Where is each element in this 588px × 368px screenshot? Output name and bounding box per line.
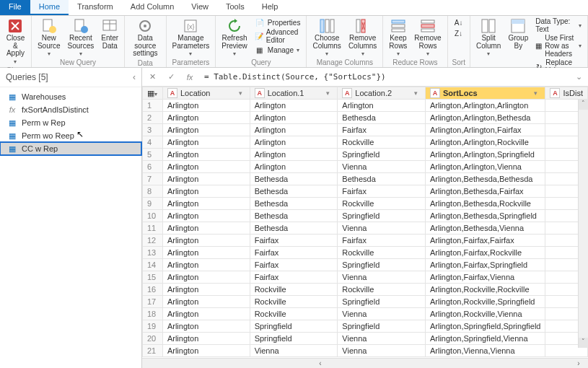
cell[interactable]: Arlington,Rockville,Rockville bbox=[425, 284, 545, 296]
row-number[interactable]: 3 bbox=[143, 124, 163, 136]
cell[interactable]: Vienna bbox=[338, 308, 426, 320]
filter-icon[interactable]: ▾ bbox=[414, 89, 423, 98]
row-number[interactable]: 2 bbox=[143, 112, 163, 124]
advanced-editor-button[interactable]: 📝Advanced Editor bbox=[253, 28, 302, 44]
column-header-location-1[interactable]: ALocation.1▾ bbox=[250, 87, 338, 100]
keep-rows-button[interactable]: Keep Rows▾ bbox=[387, 17, 408, 58]
cell[interactable]: Arlington bbox=[162, 320, 250, 333]
cell[interactable]: Fairfax bbox=[250, 235, 338, 247]
table-row[interactable]: 21ArlingtonViennaViennaArlington,Vienna,… bbox=[143, 345, 588, 357]
cell[interactable]: Bethesda bbox=[338, 112, 426, 124]
cell[interactable]: Arlington bbox=[162, 345, 250, 357]
column-header-location[interactable]: ALocation▾ bbox=[162, 87, 250, 100]
cell[interactable]: Arlington,Arlington,Rockville bbox=[425, 136, 545, 149]
group-by-button[interactable]: Group By bbox=[506, 17, 530, 51]
cell[interactable]: Arlington,Arlington,Bethesda bbox=[425, 112, 545, 124]
data-source-settings-button[interactable]: Data source settings bbox=[129, 17, 161, 58]
cell[interactable]: Arlington,Fairfax,Rockville bbox=[425, 247, 545, 259]
cell[interactable]: Arlington bbox=[162, 284, 250, 296]
cell[interactable]: Arlington bbox=[250, 112, 338, 124]
cell[interactable]: Arlington,Arlington,Arlington bbox=[425, 100, 545, 112]
row-number[interactable]: 12 bbox=[143, 235, 163, 247]
cell[interactable]: Fairfax bbox=[250, 271, 338, 284]
table-row[interactable]: 19ArlingtonSpringfieldSpringfieldArlingt… bbox=[143, 320, 588, 333]
query-item-perm-wo-reep[interactable]: ▦Perm wo Reep↖ bbox=[0, 129, 141, 142]
table-row[interactable]: 16ArlingtonRockvilleRockvilleArlington,R… bbox=[143, 284, 588, 296]
tab-file[interactable]: File bbox=[0, 0, 30, 15]
cell[interactable]: Arlington bbox=[162, 247, 250, 259]
cell[interactable]: Vienna bbox=[338, 333, 426, 345]
row-number[interactable]: 18 bbox=[143, 308, 163, 320]
cell[interactable]: Vienna bbox=[338, 271, 426, 284]
remove-columns-button[interactable]: Remove Columns▾ bbox=[347, 17, 378, 58]
query-item-fxsortandisdistinct[interactable]: fxfxSortAndIsDistinct bbox=[0, 103, 141, 116]
tab-addcolumn[interactable]: Add Column bbox=[122, 0, 183, 15]
cell[interactable]: Springfield bbox=[338, 259, 426, 271]
cell[interactable]: Fairfax bbox=[250, 247, 338, 259]
formula-cancel-button[interactable]: ✕ bbox=[145, 70, 159, 84]
cell[interactable]: Bethesda bbox=[250, 210, 338, 222]
row-number[interactable]: 1 bbox=[143, 100, 163, 112]
cell[interactable]: Bethesda bbox=[250, 198, 338, 210]
row-number[interactable]: 19 bbox=[143, 320, 163, 333]
cell[interactable]: Arlington bbox=[162, 198, 250, 210]
cell[interactable]: Arlington,Rockville,Vienna bbox=[425, 308, 545, 320]
filter-icon[interactable]: ▾ bbox=[326, 89, 335, 98]
cell[interactable]: Arlington bbox=[162, 185, 250, 198]
cell[interactable]: Arlington bbox=[162, 210, 250, 222]
cell[interactable]: Arlington,Rockville,Springfield bbox=[425, 296, 545, 308]
cell[interactable]: Arlington,Arlington,Springfield bbox=[425, 149, 545, 161]
cell[interactable]: Arlington bbox=[162, 235, 250, 247]
cell[interactable]: Arlington bbox=[162, 173, 250, 185]
cell[interactable]: Springfield bbox=[250, 333, 338, 345]
manage-parameters-button[interactable]: {x} Manage Parameters▾ bbox=[171, 17, 211, 58]
manage-button[interactable]: ▦Manage ▾ bbox=[253, 45, 302, 55]
sort-asc-button[interactable]: A↓ bbox=[452, 17, 465, 27]
table-row[interactable]: 2ArlingtonArlingtonBethesdaArlington,Arl… bbox=[143, 112, 588, 124]
column-header-isdist[interactable]: AIsDist bbox=[545, 87, 588, 100]
cell[interactable]: Rockville bbox=[338, 247, 426, 259]
query-item-warehouses[interactable]: ▦Warehouses bbox=[0, 90, 141, 103]
cell[interactable]: Arlington,Vienna,Vienna bbox=[425, 345, 545, 357]
scroll-up-button[interactable]: ˄ bbox=[579, 100, 588, 110]
row-number[interactable]: 13 bbox=[143, 247, 163, 259]
cell[interactable]: Arlington bbox=[162, 271, 250, 284]
cell[interactable]: Fairfax bbox=[338, 185, 426, 198]
cell[interactable]: Vienna bbox=[338, 345, 426, 357]
scroll-down-button[interactable]: ˅ bbox=[579, 338, 588, 348]
cell[interactable]: Bethesda bbox=[250, 173, 338, 185]
cell[interactable]: Springfield bbox=[338, 210, 426, 222]
table-row[interactable]: 9ArlingtonBethesdaRockvilleArlington,Bet… bbox=[143, 198, 588, 210]
cell[interactable]: Arlington bbox=[162, 259, 250, 271]
cell[interactable]: Rockville bbox=[250, 308, 338, 320]
cell[interactable]: Arlington,Bethesda,Springfield bbox=[425, 210, 545, 222]
cell[interactable]: Arlington bbox=[162, 333, 250, 345]
vertical-scrollbar[interactable]: ˄ ˅ bbox=[578, 100, 588, 348]
column-header-sortlocs[interactable]: ASortLocs▾ bbox=[425, 87, 545, 100]
row-number[interactable]: 11 bbox=[143, 222, 163, 235]
formula-input[interactable] bbox=[201, 71, 569, 83]
cell[interactable]: Rockville bbox=[250, 284, 338, 296]
cell[interactable]: Arlington,Bethesda,Rockville bbox=[425, 198, 545, 210]
row-number[interactable]: 20 bbox=[143, 333, 163, 345]
tab-home[interactable]: Home bbox=[30, 0, 69, 15]
recent-sources-button[interactable]: Recent Sources▾ bbox=[66, 17, 96, 58]
table-row[interactable]: 3ArlingtonArlingtonFairfaxArlington,Arli… bbox=[143, 124, 588, 136]
filter-icon[interactable]: ▾ bbox=[239, 89, 247, 98]
cell[interactable]: Arlington,Bethesda,Bethesda bbox=[425, 173, 545, 185]
row-number[interactable]: 10 bbox=[143, 210, 163, 222]
table-row[interactable]: 15ArlingtonFairfaxViennaArlington,Fairfa… bbox=[143, 271, 588, 284]
cell[interactable]: Arlington,Springfield,Springfield bbox=[425, 320, 545, 333]
scroll-left-button[interactable]: ‹ bbox=[315, 359, 325, 367]
table-row[interactable]: 18ArlingtonRockvilleViennaArlington,Rock… bbox=[143, 308, 588, 320]
refresh-preview-button[interactable]: Refresh Preview▾ bbox=[220, 17, 249, 58]
formula-expand-button[interactable]: ⌄ bbox=[573, 72, 585, 82]
cell[interactable]: Arlington bbox=[162, 100, 250, 112]
table-row[interactable]: 11ArlingtonBethesdaViennaArlington,Bethe… bbox=[143, 222, 588, 235]
cell[interactable]: Arlington,Fairfax,Vienna bbox=[425, 271, 545, 284]
table-row[interactable]: 1ArlingtonArlingtonArlingtonArlington,Ar… bbox=[143, 100, 588, 112]
column-header-location-2[interactable]: ALocation.2▾ bbox=[338, 87, 426, 100]
cell[interactable]: Bethesda bbox=[250, 222, 338, 235]
properties-button[interactable]: 📄Properties bbox=[253, 17, 302, 27]
collapse-queries-button[interactable]: ‹ bbox=[133, 72, 136, 82]
